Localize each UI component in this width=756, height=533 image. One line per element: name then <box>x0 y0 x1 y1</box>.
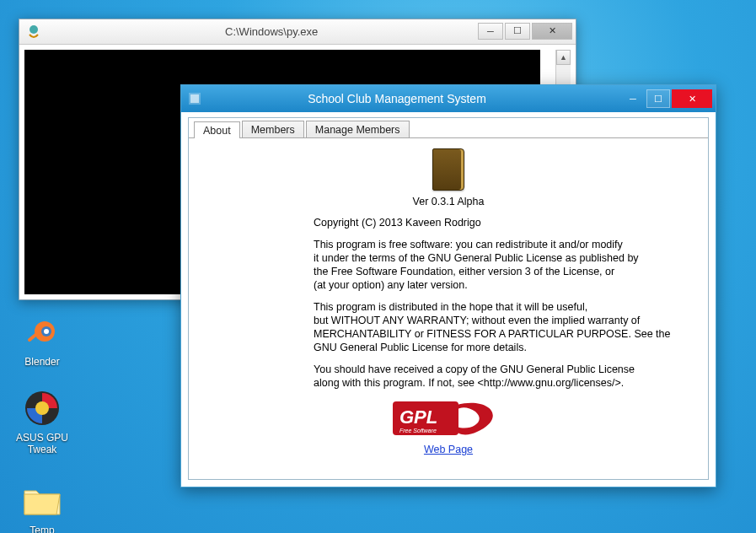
license-paragraph-3: You should have received a copy of the G… <box>204 363 693 390</box>
svg-point-4 <box>35 401 49 415</box>
version-label: Ver 0.3.1 Alpha <box>204 196 693 207</box>
asus-gpu-tweak-label: ASUS GPU Tweak <box>8 432 76 455</box>
blender-icon <box>22 312 62 353</box>
web-page-link-container: Web Page <box>204 444 693 455</box>
console-minimize-button[interactable]: ─ <box>478 23 503 40</box>
desktop-icon-blender[interactable]: Blender <box>8 312 76 368</box>
temp-label: Temp <box>8 525 76 533</box>
scroll-up-icon[interactable]: ▲ <box>556 50 571 65</box>
license-paragraph-1: This program is free software: you can r… <box>204 238 693 292</box>
console-maximize-button[interactable]: ☐ <box>505 23 530 40</box>
tab-strip: About Members Manage Members <box>189 118 708 138</box>
web-page-link[interactable]: Web Page <box>424 444 473 455</box>
gplv3-logo-icon: GPL Free Software 3 <box>393 398 504 439</box>
tab-members[interactable]: Members <box>242 121 304 137</box>
folder-icon <box>22 481 62 521</box>
console-titlebar[interactable]: C:\Windows\py.exe ─ ☐ ✕ <box>19 19 576 45</box>
blender-label: Blender <box>8 356 76 368</box>
asus-gpu-tweak-icon <box>22 388 62 428</box>
desktop-icon-temp-folder[interactable]: Temp <box>8 481 76 533</box>
app-title: School Club Management System <box>174 92 619 105</box>
svg-text:Free Software: Free Software <box>399 428 437 433</box>
desktop-icon-asus-gpu-tweak[interactable]: ASUS GPU Tweak <box>8 388 76 455</box>
app-titlebar[interactable]: School Club Management System ─ ☐ ✕ <box>181 85 716 112</box>
book-icon <box>432 148 464 191</box>
license-paragraph-2: This program is distributed in the hope … <box>204 300 693 354</box>
about-tab-content: Ver 0.3.1 Alpha Copyright (C) 2013 Kavee… <box>189 138 708 464</box>
svg-text:GPL: GPL <box>399 406 437 428</box>
app-client-area: About Members Manage Members Ver 0.3.1 A… <box>188 117 709 480</box>
app-close-button[interactable]: ✕ <box>672 89 712 108</box>
console-close-button[interactable]: ✕ <box>532 23 572 40</box>
copyright-text: Copyright (C) 2013 Kaveen Rodrigo <box>204 216 693 229</box>
console-app-icon <box>26 24 41 40</box>
console-title: C:\Windows\py.exe <box>225 25 318 38</box>
tab-manage-members[interactable]: Manage Members <box>306 121 410 137</box>
tab-about[interactable]: About <box>194 121 240 138</box>
svg-point-5 <box>29 25 38 34</box>
app-minimize-button[interactable]: ─ <box>621 89 645 108</box>
app-maximize-button[interactable]: ☐ <box>646 89 670 108</box>
app-window: School Club Management System ─ ☐ ✕ Abou… <box>180 84 716 487</box>
svg-text:3: 3 <box>465 409 475 428</box>
svg-point-2 <box>44 329 49 334</box>
